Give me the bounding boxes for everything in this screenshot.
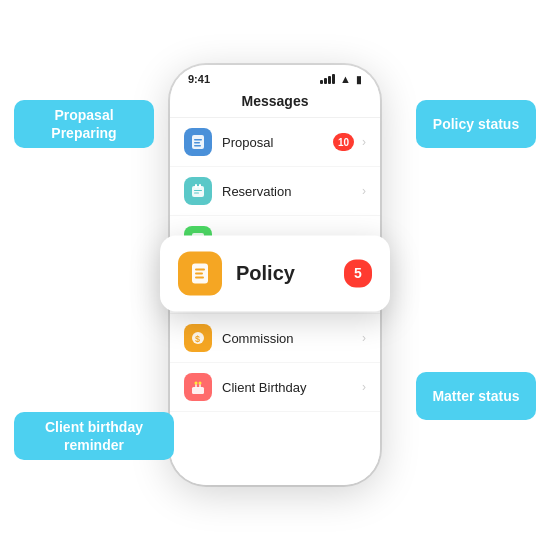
time-display: 9:41 <box>188 73 210 85</box>
proposal-badge: 10 <box>333 133 354 151</box>
svg-rect-7 <box>194 190 202 191</box>
tooltip-matter-status: Matter status <box>416 372 536 420</box>
svg-rect-20 <box>195 268 205 270</box>
svg-rect-21 <box>195 272 203 274</box>
battery-icon: ▮ <box>356 74 362 85</box>
list-item[interactable]: $ Commission › <box>170 314 380 363</box>
reservation-label: Reservation <box>222 184 358 199</box>
chevron-icon: › <box>362 135 366 149</box>
tooltip-policy-status: Policy status <box>416 100 536 148</box>
tooltip-birthday-text: Client birthday reminder <box>26 418 162 454</box>
list-item[interactable]: Reservation › <box>170 167 380 216</box>
commission-label: Commission <box>222 331 358 346</box>
svg-rect-4 <box>192 186 204 197</box>
chevron-icon: › <box>362 380 366 394</box>
list-item[interactable]: Proposal 10 › <box>170 118 380 167</box>
birthday-icon <box>184 373 212 401</box>
svg-rect-14 <box>192 387 204 394</box>
svg-rect-22 <box>195 276 204 278</box>
svg-rect-3 <box>194 145 201 147</box>
commission-icon: $ <box>184 324 212 352</box>
status-bar: 9:41 ▲ ▮ <box>170 65 380 89</box>
proposal-icon <box>184 128 212 156</box>
chevron-icon: › <box>362 184 366 198</box>
policy-card-badge: 5 <box>344 259 372 287</box>
screen-title: Messages <box>242 93 309 109</box>
tooltip-proposal-text: Propasal Preparing <box>26 106 142 142</box>
screen-header: Messages <box>170 89 380 118</box>
svg-rect-2 <box>194 142 200 144</box>
chevron-icon: › <box>362 331 366 345</box>
list-item[interactable]: Client Birthday › <box>170 363 380 412</box>
svg-rect-8 <box>194 193 199 194</box>
svg-rect-15 <box>195 384 197 388</box>
signal-icon <box>320 74 335 84</box>
policy-card-icon <box>178 251 222 295</box>
svg-rect-6 <box>199 184 201 188</box>
status-icons: ▲ ▮ <box>320 73 362 85</box>
tooltip-policy-status-text: Policy status <box>433 115 519 133</box>
wifi-icon: ▲ <box>340 73 351 85</box>
tooltip-proposal: Propasal Preparing <box>14 100 154 148</box>
tooltip-birthday: Client birthday reminder <box>14 412 174 460</box>
birthday-label: Client Birthday <box>222 380 358 395</box>
svg-rect-16 <box>199 384 201 388</box>
svg-point-18 <box>199 382 202 385</box>
policy-card[interactable]: Policy 5 <box>160 235 390 311</box>
scene: 9:41 ▲ ▮ Messages <box>0 0 550 550</box>
svg-rect-5 <box>195 184 197 188</box>
svg-text:$: $ <box>195 334 200 344</box>
reservation-icon <box>184 177 212 205</box>
policy-card-label: Policy <box>236 262 344 285</box>
svg-point-17 <box>195 382 198 385</box>
proposal-label: Proposal <box>222 135 333 150</box>
svg-rect-1 <box>194 139 202 141</box>
tooltip-matter-status-text: Matter status <box>432 387 519 405</box>
